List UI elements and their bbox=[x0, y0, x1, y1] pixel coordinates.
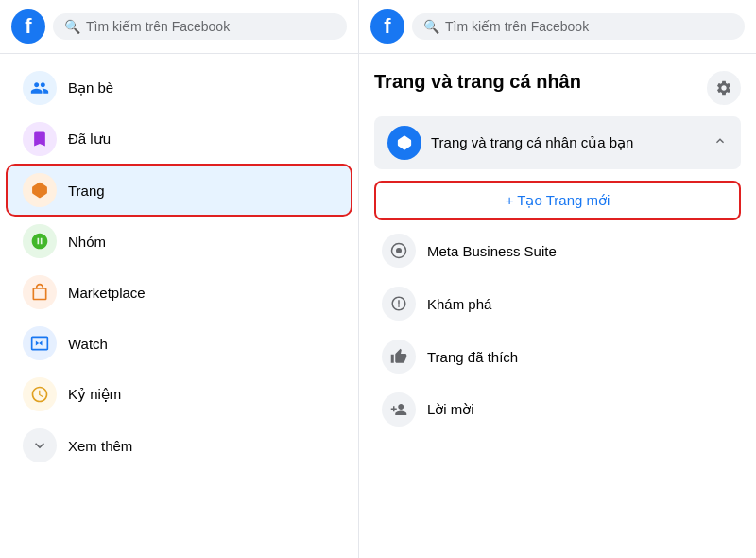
sidebar-item-friends[interactable]: Bạn bè bbox=[8, 63, 351, 113]
page-title: Trang và trang cá nhân bbox=[374, 69, 581, 94]
sidebar-item-groups[interactable]: Nhóm bbox=[8, 217, 351, 266]
memories-icon bbox=[23, 377, 57, 411]
invitations-label: Lời mời bbox=[427, 401, 474, 418]
watch-icon bbox=[23, 326, 57, 360]
left-search-bar[interactable]: 🔍 Tìm kiếm trên Facebook bbox=[53, 13, 347, 40]
groups-label: Nhóm bbox=[68, 234, 106, 250]
explore-label: Khám phá bbox=[427, 296, 491, 312]
create-page-label: + Tạo Trang mới bbox=[506, 192, 610, 209]
chevron-up-icon bbox=[713, 133, 728, 152]
menu-item-explore[interactable]: Khám phá bbox=[374, 277, 741, 330]
liked-pages-label: Trang đã thích bbox=[427, 349, 518, 365]
pages-icon bbox=[23, 173, 57, 207]
pages-section-card[interactable]: Trang và trang cá nhân của bạn bbox=[374, 116, 741, 169]
right-menu-list: Meta Business Suite Khám phá bbox=[374, 224, 741, 436]
left-panel: f 🔍 Tìm kiếm trên Facebook Bạn bè bbox=[0, 0, 359, 558]
search-icon-right: 🔍 bbox=[423, 19, 439, 34]
saved-icon bbox=[23, 122, 57, 156]
more-icon bbox=[23, 428, 57, 462]
facebook-logo-left: f bbox=[11, 9, 45, 44]
create-page-button[interactable]: + Tạo Trang mới bbox=[374, 181, 741, 220]
watch-label: Watch bbox=[68, 336, 108, 352]
menu-item-meta-business[interactable]: Meta Business Suite bbox=[374, 224, 741, 277]
meta-business-icon bbox=[382, 234, 416, 268]
left-top-bar: f 🔍 Tìm kiếm trên Facebook bbox=[0, 0, 358, 54]
meta-business-label: Meta Business Suite bbox=[427, 243, 557, 259]
sidebar-item-pages[interactable]: Trang bbox=[8, 166, 351, 215]
nav-list: Bạn bè Đã lưu Trang bbox=[0, 54, 358, 558]
menu-item-invitations[interactable]: Lời mời bbox=[374, 383, 741, 436]
gear-icon bbox=[715, 79, 732, 96]
sidebar-item-saved[interactable]: Đã lưu bbox=[8, 114, 351, 164]
liked-pages-icon bbox=[382, 340, 416, 374]
pages-section-icon bbox=[387, 126, 421, 160]
right-panel: f 🔍 Tìm kiếm trên Facebook Trang và tran… bbox=[359, 0, 756, 558]
right-search-bar[interactable]: 🔍 Tìm kiếm trên Facebook bbox=[412, 13, 745, 40]
groups-icon bbox=[23, 224, 57, 258]
left-search-placeholder: Tìm kiếm trên Facebook bbox=[86, 19, 230, 34]
facebook-logo-right: f bbox=[370, 9, 404, 44]
right-content: Trang và trang cá nhân Trang và trang cá… bbox=[359, 54, 756, 558]
more-label: Xem thêm bbox=[68, 438, 132, 454]
right-header: Trang và trang cá nhân bbox=[374, 69, 741, 105]
pages-label: Trang bbox=[68, 183, 105, 199]
sidebar-item-marketplace[interactable]: Marketplace bbox=[8, 268, 351, 317]
friends-icon bbox=[23, 71, 57, 105]
sidebar-item-watch[interactable]: Watch bbox=[8, 319, 351, 368]
sidebar-item-memories[interactable]: Kỷ niệm bbox=[8, 370, 351, 419]
right-search-placeholder: Tìm kiếm trên Facebook bbox=[445, 19, 589, 34]
settings-button[interactable] bbox=[707, 71, 741, 105]
search-icon: 🔍 bbox=[64, 19, 80, 34]
menu-item-liked-pages[interactable]: Trang đã thích bbox=[374, 330, 741, 383]
sidebar-item-more[interactable]: Xem thêm bbox=[8, 421, 351, 470]
memories-label: Kỷ niệm bbox=[68, 386, 121, 403]
explore-icon bbox=[382, 287, 416, 321]
marketplace-icon bbox=[23, 275, 57, 309]
right-top-bar: f 🔍 Tìm kiếm trên Facebook bbox=[359, 0, 756, 54]
section-card-label: Trang và trang cá nhân của bạn bbox=[431, 134, 633, 151]
marketplace-label: Marketplace bbox=[68, 285, 146, 301]
friends-label: Bạn bè bbox=[68, 79, 113, 96]
svg-point-1 bbox=[396, 248, 402, 253]
invitations-icon bbox=[382, 392, 416, 427]
saved-label: Đã lưu bbox=[68, 131, 111, 148]
section-card-left: Trang và trang cá nhân của bạn bbox=[387, 126, 633, 160]
